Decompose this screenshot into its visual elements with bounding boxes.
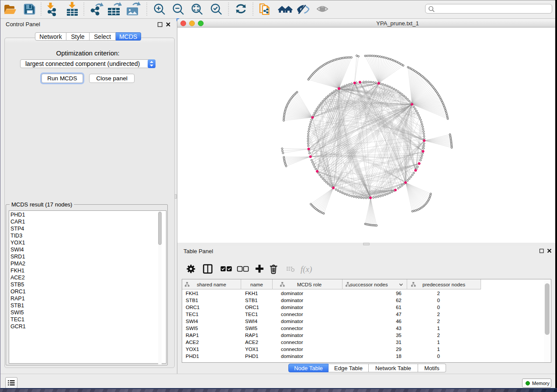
svg-text:f(x): f(x) xyxy=(301,265,312,274)
